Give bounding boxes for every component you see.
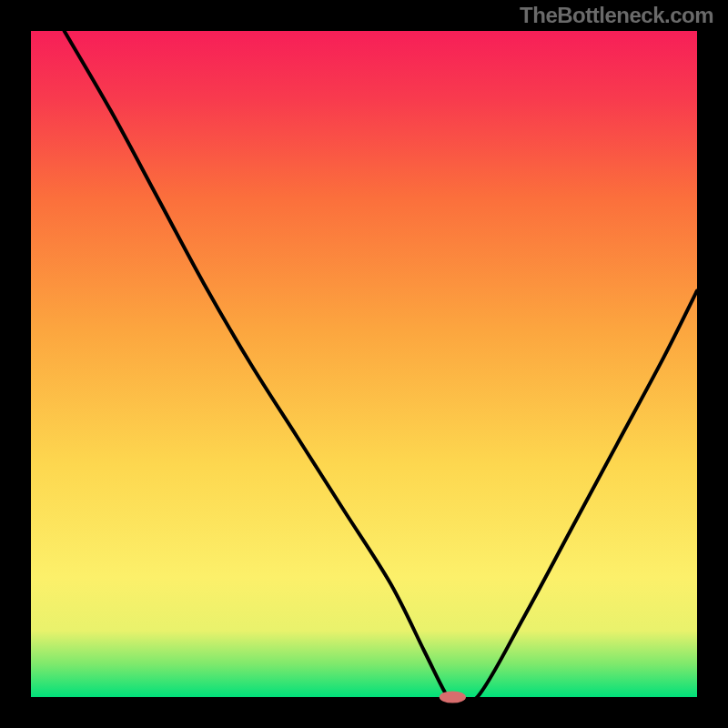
bottleneck-chart: TheBottleneck.com bbox=[0, 0, 728, 728]
chart-svg bbox=[0, 0, 728, 728]
plot-area bbox=[31, 31, 697, 697]
optimum-marker bbox=[440, 691, 466, 703]
watermark-text: TheBottleneck.com bbox=[520, 3, 713, 28]
